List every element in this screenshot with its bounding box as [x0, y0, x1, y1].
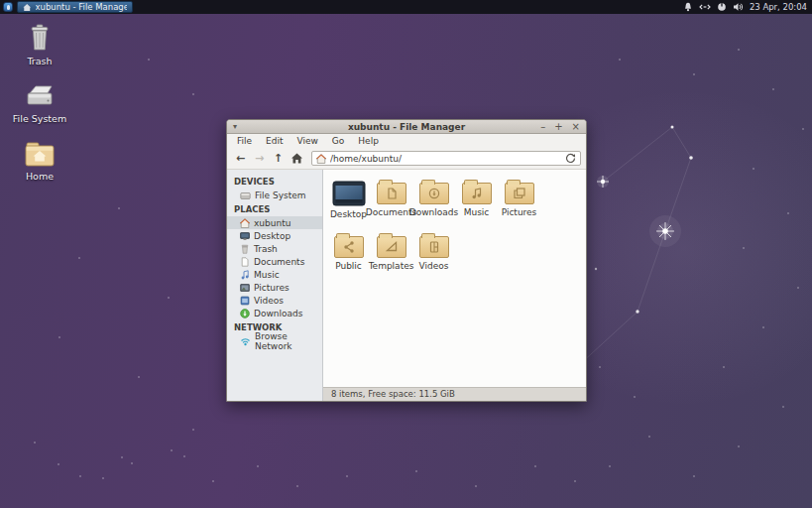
monitor-icon	[240, 231, 250, 241]
sidebar-header-places: PLACES	[227, 203, 322, 216]
file-grid: Desktop Documents	[323, 170, 586, 387]
sidebar-item-label: File System	[255, 190, 305, 200]
sidebar-item-label: Downloads	[254, 309, 302, 318]
network-browse-icon	[240, 336, 251, 346]
desktop-icon-trash[interactable]: Trash	[10, 24, 69, 66]
sidebar-item-file-system[interactable]: File System	[227, 189, 322, 201]
home-icon	[316, 154, 326, 164]
sidebar-item-documents[interactable]: Documents	[227, 255, 322, 268]
titlebar[interactable]: ▾ xubuntu - File Manager – + ×	[227, 120, 586, 134]
sidebar-item-xubuntu[interactable]: xubuntu	[227, 216, 322, 229]
taskbar-window-title: xubuntu - File Manager	[36, 2, 128, 12]
desktop-icon-label: Trash	[27, 56, 52, 66]
file-item-documents[interactable]: Documents	[370, 176, 412, 229]
trash-icon	[27, 24, 53, 52]
menu-file[interactable]: File	[230, 136, 259, 146]
folder-music-icon	[462, 183, 492, 204]
location-bar[interactable]	[311, 151, 581, 166]
file-label: Pictures	[502, 207, 537, 217]
minimize-button[interactable]: –	[540, 121, 545, 133]
file-label: Public	[335, 261, 362, 271]
sidebar-item-trash[interactable]: Trash	[227, 242, 322, 255]
file-manager-window: ▾ xubuntu - File Manager – + × File Edit…	[226, 119, 587, 402]
home-folder-icon	[25, 141, 55, 167]
file-label: Videos	[419, 261, 449, 271]
desktop-icon-label: Home	[26, 171, 54, 182]
volume-icon[interactable]	[733, 2, 744, 12]
sidebar-item-browse-network[interactable]: Browse Network	[227, 334, 322, 347]
menu-edit[interactable]: Edit	[259, 136, 290, 146]
desktop-icon-label: File System	[13, 113, 66, 124]
folder-share-icon	[334, 236, 364, 258]
music-note-icon	[240, 270, 250, 280]
file-item-pictures[interactable]: Pictures	[498, 176, 540, 229]
menubar: File Edit View Go Help	[227, 134, 586, 148]
desktop-icon-home[interactable]: Home	[10, 141, 69, 182]
document-icon	[240, 257, 250, 267]
up-button[interactable]: ↑	[270, 152, 287, 165]
back-button[interactable]: ←	[232, 152, 249, 165]
close-button[interactable]: ×	[572, 121, 580, 133]
file-item-music[interactable]: Music	[455, 176, 498, 229]
folder-picture-icon	[505, 183, 534, 204]
file-item-public[interactable]: Public	[327, 229, 370, 283]
desktop-screen-icon	[332, 181, 366, 206]
drive-icon	[23, 83, 57, 109]
menu-help[interactable]: Help	[351, 136, 386, 146]
reload-icon[interactable]	[565, 153, 576, 164]
sidebar-item-pictures[interactable]: Pictures	[227, 281, 322, 294]
folder-document-icon	[377, 183, 406, 204]
sidebar-item-music[interactable]: Music	[227, 268, 322, 281]
sidebar-item-downloads[interactable]: Downloads	[227, 307, 322, 319]
file-item-templates[interactable]: Templates	[370, 229, 412, 283]
desktop-icons: Trash File System Home	[10, 24, 69, 198]
home-icon	[23, 3, 32, 12]
folder-video-icon	[419, 236, 449, 258]
forward-button[interactable]: →	[251, 152, 268, 165]
sidebar-item-label: Pictures	[254, 283, 290, 293]
applications-menu-button[interactable]	[0, 0, 15, 14]
download-icon	[240, 309, 250, 318]
file-item-downloads[interactable]: Downloads	[412, 176, 455, 229]
video-icon	[240, 296, 250, 306]
main-column: Desktop Documents	[323, 170, 586, 401]
sidebar-item-label: Videos	[254, 296, 284, 306]
menu-go[interactable]: Go	[325, 136, 351, 146]
toolbar: ← → ↑	[227, 148, 586, 170]
menu-view[interactable]: View	[290, 136, 325, 146]
home-button[interactable]	[289, 153, 305, 164]
window-title: xubuntu - File Manager	[227, 122, 586, 132]
applications-menu-icon	[3, 2, 13, 12]
sidebar-item-label: Trash	[254, 244, 278, 254]
folder-download-icon	[419, 183, 449, 204]
desktop-icon-file-system[interactable]: File System	[10, 83, 69, 124]
window-body: DEVICES File System PLACES xubuntu	[227, 170, 586, 401]
file-item-desktop[interactable]: Desktop	[327, 176, 370, 229]
sidebar-item-videos[interactable]: Videos	[227, 294, 322, 307]
home-icon	[291, 153, 302, 164]
sidebar: DEVICES File System PLACES xubuntu	[227, 170, 323, 401]
statusbar: 8 items, Free space: 11.5 GiB	[323, 387, 586, 401]
sidebar-item-label: xubuntu	[254, 218, 290, 228]
path-input[interactable]	[330, 154, 561, 164]
sidebar-item-label: Browse Network	[255, 331, 322, 351]
home-icon	[240, 218, 250, 228]
network-icon[interactable]	[699, 2, 711, 12]
file-item-videos[interactable]: Videos	[412, 229, 455, 283]
notifications-bell-icon[interactable]	[683, 2, 693, 12]
taskbar-window-button[interactable]: xubuntu - File Manager	[17, 1, 133, 13]
maximize-button[interactable]: +	[554, 121, 562, 133]
drive-icon	[240, 190, 251, 200]
sidebar-item-label: Music	[254, 270, 280, 280]
power-manager-icon[interactable]	[717, 2, 727, 12]
window-controls: – + ×	[540, 121, 580, 133]
system-tray: 23 Apr, 20:04	[683, 2, 812, 12]
file-label: Desktop	[330, 209, 367, 219]
trash-icon	[240, 244, 250, 254]
file-label: Music	[464, 207, 490, 217]
desktop-root: { "panel": { "app_button_title": "xubunt…	[0, 0, 812, 508]
sidebar-item-desktop[interactable]: Desktop	[227, 229, 322, 242]
picture-icon	[240, 283, 250, 293]
panel-clock[interactable]: 23 Apr, 20:04	[750, 2, 807, 12]
sidebar-header-devices: DEVICES	[227, 176, 322, 189]
